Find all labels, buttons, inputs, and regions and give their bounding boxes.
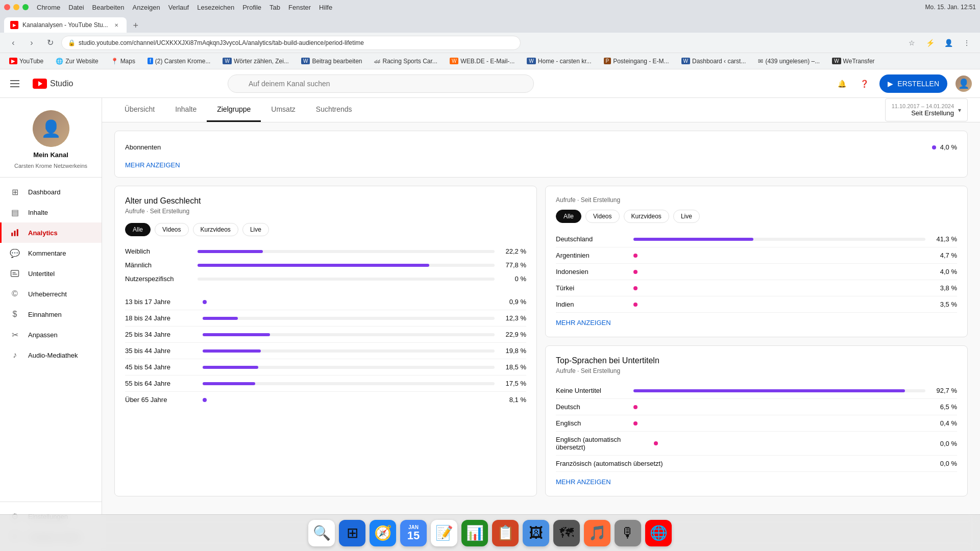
subscriber-dot: [932, 145, 936, 149]
create-button[interactable]: ▶ ERSTELLEN: [879, 74, 947, 93]
country-label-argentinien: Argentinien: [556, 252, 627, 259]
bookmarks-bar: ▶ YouTube 🌐 Zur Website 📍 Maps f (2) Car…: [0, 53, 980, 69]
dock-launchpad[interactable]: ⊞: [339, 520, 365, 546]
notifications-icon[interactable]: 🔔: [835, 77, 849, 91]
extension-icon[interactable]: ⚡: [923, 36, 937, 50]
sidebar-item-analytics[interactable]: Analytics: [0, 222, 102, 243]
date-range-selector[interactable]: 11.10.2017 – 14.01.2024 Seit Erstellung …: [885, 98, 968, 121]
dock-music[interactable]: 🎵: [584, 520, 610, 546]
date-range-main: Seit Erstellung: [892, 109, 954, 117]
bookmark-posteingang[interactable]: P Posteingang - E-M...: [601, 57, 672, 66]
menu-anzeigen[interactable]: Anzeigen: [133, 4, 160, 11]
tab-inhalte[interactable]: Inhalte: [165, 98, 207, 122]
dock-safari[interactable]: 🧭: [370, 520, 396, 546]
menu-datei[interactable]: Datei: [68, 4, 84, 11]
menu-bearbeiten[interactable]: Bearbeiten: [92, 4, 125, 11]
forward-button[interactable]: ›: [24, 36, 39, 50]
bookmark-worter[interactable]: W Wörter zählen, Zei...: [219, 57, 292, 66]
reload-button[interactable]: ↻: [43, 36, 57, 50]
pill-alle[interactable]: Alle: [125, 223, 151, 236]
hamburger-menu[interactable]: [8, 76, 24, 92]
tab-zielgruppe[interactable]: Zielgruppe: [207, 98, 261, 122]
user-avatar[interactable]: 👤: [955, 76, 972, 92]
age-bar-18-24: [203, 317, 238, 320]
sidebar-item-untertitel[interactable]: Untertitel: [0, 263, 102, 284]
country-dot-indonesien: [633, 270, 638, 274]
sidebar-item-dashboard[interactable]: ⊞ Dashboard: [0, 182, 102, 202]
sidebar-item-inhalte[interactable]: ▤ Inhalte: [0, 202, 102, 222]
fullscreen-button[interactable]: [22, 4, 29, 10]
back-button[interactable]: ‹: [6, 36, 20, 50]
dock-calendar[interactable]: JAN15: [400, 520, 427, 546]
countries-pill-kurzvideos[interactable]: Kurzvideos: [624, 210, 669, 223]
bookmark-webde[interactable]: W WEB.DE - E-Mail-...: [447, 57, 518, 66]
bookmark-website[interactable]: 🌐 Zur Website: [53, 57, 101, 66]
bookmark-mail[interactable]: ✉ (439 ungelesen) –...: [755, 57, 823, 66]
lang-dot-englisch-auto: [654, 441, 658, 445]
age-bar-wrap-18-24: [203, 317, 495, 320]
tab-close-button[interactable]: ✕: [112, 21, 120, 29]
more-options-icon[interactable]: ⋮: [960, 36, 974, 50]
dock-finder[interactable]: 🔍: [308, 520, 335, 546]
bookmark-dashboard[interactable]: W Dashboard ‹ carst...: [678, 57, 749, 66]
pill-live[interactable]: Live: [242, 223, 269, 236]
minimize-button[interactable]: [13, 4, 19, 10]
lang-value-franzosisch: 0,0 %: [932, 460, 957, 467]
pill-videos[interactable]: Videos: [155, 223, 188, 236]
subscribers-more-link[interactable]: MEHR ANZEIGEN: [125, 161, 180, 169]
languages-more-link[interactable]: MEHR ANZEIGEN: [556, 478, 611, 486]
countries-pill-videos[interactable]: Videos: [585, 210, 619, 223]
country-bar-deutschland: [633, 238, 753, 241]
countries-more-link[interactable]: MEHR ANZEIGEN: [556, 319, 611, 327]
bookmark-carsten[interactable]: f (2) Carsten Krome...: [144, 57, 213, 66]
sidebar-item-einnahmen[interactable]: $ Einnahmen: [0, 304, 102, 324]
url-text: studio.youtube.com/channel/UCXKXXJXi87mA…: [79, 39, 364, 46]
bookmark-maps[interactable]: 📍 Maps: [108, 57, 138, 66]
bookmark-star-icon[interactable]: ☆: [904, 36, 919, 50]
bookmark-home[interactable]: W Home - carsten kr...: [524, 57, 594, 66]
menu-lesezeichen[interactable]: Lesezeichen: [197, 4, 234, 11]
search-input[interactable]: [228, 74, 534, 93]
menu-chrome[interactable]: Chrome: [37, 4, 60, 11]
close-button[interactable]: [4, 4, 10, 10]
sidebar-item-urheberrecht[interactable]: © Urheberrecht: [0, 284, 102, 304]
menu-tab[interactable]: Tab: [270, 4, 280, 11]
url-bar[interactable]: 🔒 studio.youtube.com/channel/UCXKXXJXi87…: [61, 36, 521, 50]
age-gender-subtitle: Aufrufe · Seit Erstellung: [125, 208, 526, 215]
lang-dot-englisch: [633, 421, 638, 425]
dock-chrome[interactable]: 🌐: [645, 520, 672, 546]
menu-fenster[interactable]: Fenster: [288, 4, 311, 11]
tab-umsatz[interactable]: Umsatz: [261, 98, 305, 122]
sidebar-item-kommentare[interactable]: 💬 Kommentare: [0, 243, 102, 263]
lang-dot-englisch-wrap: [633, 421, 925, 425]
dock-word[interactable]: 📝: [431, 520, 457, 546]
help-icon[interactable]: ❓: [857, 77, 871, 91]
menu-verlauf[interactable]: Verlauf: [168, 4, 189, 11]
tab-suchtrends[interactable]: Suchtrends: [306, 98, 362, 122]
tab-uebersicht[interactable]: Übersicht: [114, 98, 165, 122]
dock-podcast[interactable]: 🎙: [615, 520, 641, 546]
dock-maps[interactable]: 🗺: [553, 520, 580, 546]
countries-pill-alle[interactable]: Alle: [556, 210, 581, 223]
dock-photos[interactable]: 🖼: [523, 520, 549, 546]
gender-bar-wrap-nutzerspezifisch: [198, 278, 495, 281]
countries-pill-live[interactable]: Live: [673, 210, 700, 223]
bookmark-wetransfer[interactable]: W WeTransfer: [829, 57, 877, 66]
bookmark-beitrag[interactable]: W Beitrag bearbeiten: [298, 57, 365, 66]
bookmark-youtube[interactable]: ▶ YouTube: [6, 57, 46, 66]
new-tab-button[interactable]: +: [129, 18, 143, 33]
menu-profile[interactable]: Profile: [242, 4, 261, 11]
active-tab[interactable]: ▶ Kanalanalysen - YouTube Stu... ✕: [4, 17, 127, 33]
sidebar-item-anpassen[interactable]: ✂ Anpassen: [0, 324, 102, 345]
sidebar-item-audio[interactable]: ♪ Audio-Mediathek: [0, 345, 102, 365]
dock-excel[interactable]: 📊: [461, 520, 488, 546]
age-dot-13-17: [203, 300, 207, 304]
pill-kurzvideos[interactable]: Kurzvideos: [193, 223, 238, 236]
dock-powerpoint[interactable]: 📋: [492, 520, 519, 546]
menu-hilfe[interactable]: Hilfe: [319, 4, 332, 11]
bookmark-racing[interactable]: 🏎 Racing Sports Car...: [371, 57, 440, 66]
subscriber-label: Abonnenten: [125, 143, 932, 151]
country-label-indonesien: Indonesien: [556, 268, 627, 276]
channel-avatar[interactable]: 👤: [33, 110, 69, 147]
profile-icon[interactable]: 👤: [941, 36, 955, 50]
